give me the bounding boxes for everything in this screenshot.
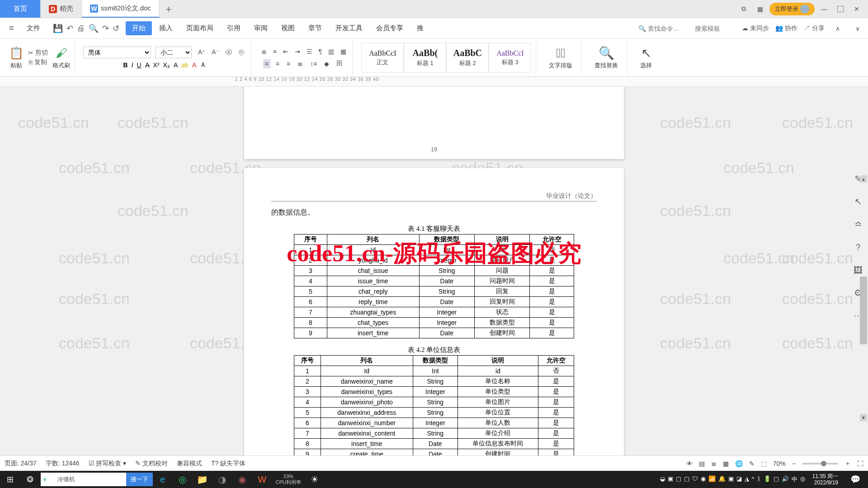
char-border-button[interactable]: Ａ <box>200 61 206 69</box>
bullet-list-icon[interactable]: ≣ <box>259 47 269 56</box>
subscript-button[interactable]: X₂ <box>163 61 170 69</box>
status-spellcheck[interactable]: ☑ 拼写检查 ▾ <box>89 460 127 468</box>
font-color-button[interactable]: A <box>192 61 196 69</box>
undo-icon[interactable]: ↶ <box>66 23 73 33</box>
tray-icon[interactable]: ▢ <box>684 475 689 483</box>
text-layout-button[interactable]: Ａ̲文字排版 <box>544 44 577 71</box>
status-words[interactable]: 字数: 12446 <box>46 460 80 468</box>
table-border-icon[interactable]: 田 <box>335 59 344 69</box>
menu-pagelayout[interactable]: 页面布局 <box>180 21 220 35</box>
more-icon[interactable]: ∨ <box>851 22 864 35</box>
image-icon[interactable]: 🖼 <box>854 265 863 276</box>
menu-chapter[interactable]: 章节 <box>302 21 328 35</box>
tray-bluetooth-icon[interactable]: ᛒ <box>757 475 761 483</box>
menu-file[interactable]: 文件 <box>20 21 47 35</box>
taskbar-clock[interactable]: 11:35 周一 2022/9/19 <box>809 473 842 486</box>
view-web-icon[interactable]: ▦ <box>723 460 729 467</box>
redo-icon[interactable]: ↷ <box>102 23 109 33</box>
tab-daoke[interactable]: D稻壳 <box>41 0 82 18</box>
decrease-indent-icon[interactable]: ⇤ <box>281 47 290 56</box>
collapse-ribbon-icon[interactable]: ∧ <box>831 22 844 35</box>
tray-icon[interactable]: ▣ <box>728 475 734 483</box>
tb-ie[interactable]: e <box>153 471 173 488</box>
print-icon[interactable]: 🖨 <box>77 23 85 33</box>
italic-button[interactable]: I <box>132 61 133 69</box>
menu-devtools[interactable]: 开发工具 <box>329 21 369 35</box>
font-size-select[interactable]: 小二 <box>156 47 192 58</box>
align-left-icon[interactable]: ≡ <box>263 59 270 68</box>
taskbar-search-go[interactable]: 搜一下 <box>126 473 153 486</box>
menu-view[interactable]: 视图 <box>275 21 301 35</box>
tb-app2[interactable]: ◉ <box>232 471 252 488</box>
close-button[interactable]: ✕ <box>850 2 863 16</box>
tray-icon[interactable]: ▢ <box>774 475 779 483</box>
scroll-down[interactable]: ▼ <box>860 414 867 421</box>
style-h2[interactable]: AaBbC标题 2 <box>446 43 489 73</box>
tab-home[interactable]: 首页 <box>0 0 41 18</box>
clear-format-icon[interactable]: Ⓐ <box>224 47 234 57</box>
find-replace-button[interactable]: 🔍查找替换 <box>590 44 623 71</box>
ruler[interactable]: 1 2 4 6 8 10 12 14 16 18 20 22 24 26 28 … <box>0 77 868 87</box>
highlight-button[interactable]: ab <box>181 61 189 69</box>
save-icon[interactable]: 💾 <box>53 23 63 33</box>
command-search-input[interactable] <box>648 25 689 32</box>
status-proof[interactable]: ✎ 文档校对 <box>135 460 168 468</box>
tray-shield-icon[interactable]: 🛡 <box>692 475 698 483</box>
align-center-icon[interactable]: ≡ <box>274 59 281 68</box>
tray-icon[interactable]: ◒ <box>660 475 665 483</box>
line-spacing-icon[interactable]: ↕≡ <box>308 59 319 68</box>
copilot-icon[interactable]: ❂ <box>20 471 40 488</box>
preview-icon[interactable]: 🔍 <box>89 23 99 33</box>
undo2-icon[interactable]: ↺ <box>113 23 119 33</box>
login-button[interactable]: 立即登录 <box>769 3 815 15</box>
taskbar-search[interactable]: e 冷镦机 搜一下 <box>41 473 153 486</box>
strike-button[interactable]: A̶ <box>145 61 150 69</box>
superscript-button[interactable]: X² <box>153 61 160 69</box>
tray-ime-icon[interactable]: 中 <box>792 475 797 483</box>
shading-icon[interactable]: ▦ <box>339 47 348 56</box>
zoom-value[interactable]: 70% <box>773 460 786 467</box>
pointer-icon[interactable]: ↖ <box>854 196 862 207</box>
view-outline-icon[interactable]: ≣ <box>711 460 717 467</box>
menu-review[interactable]: 审阅 <box>248 21 274 35</box>
command-search[interactable]: 🔍 <box>638 25 689 32</box>
zoom-out-icon[interactable]: − <box>792 460 796 467</box>
phonetic-icon[interactable]: ㊥ <box>236 47 246 57</box>
action-center-icon[interactable]: 💬 <box>845 471 865 488</box>
format-painter-button[interactable]: 🖌格式刷 <box>52 46 70 70</box>
tray-icon[interactable]: ▣ <box>668 475 673 483</box>
increase-indent-icon[interactable]: ⇥ <box>293 47 302 56</box>
scrollbar-thumb[interactable] <box>860 277 867 344</box>
status-missing-font[interactable]: T? 缺失字体 <box>211 460 245 468</box>
tray-battery-icon[interactable]: 🔋 <box>764 475 771 483</box>
tray-icon[interactable]: ◉ <box>701 475 706 483</box>
sync-status[interactable]: ☁ 未同步 <box>742 24 769 33</box>
template-search-input[interactable] <box>695 25 736 32</box>
border-icon[interactable]: ▥ <box>326 47 336 56</box>
tb-app1[interactable]: ◑ <box>212 471 232 488</box>
share-button[interactable]: ↗ 分享 <box>804 24 825 33</box>
style-h1[interactable]: AaBb(标题 1 <box>404 43 446 73</box>
sliders-icon[interactable]: ≏ <box>854 219 862 230</box>
collab-button[interactable]: 👥 协作 <box>775 24 797 33</box>
tray-icon[interactable]: ◮ <box>745 475 749 483</box>
tray-bell-icon[interactable]: 🔔 <box>718 475 726 483</box>
paste-button[interactable]: 📋粘贴 <box>9 46 24 70</box>
help-icon[interactable]: ？ <box>854 241 863 253</box>
select-button[interactable]: ↖选择 <box>636 44 656 71</box>
scroll-up[interactable]: ▲ <box>860 175 867 183</box>
zoom-slider[interactable] <box>802 463 838 465</box>
minimize-button[interactable]: — <box>817 2 831 16</box>
maximize-button[interactable] <box>834 2 847 16</box>
menu-insert[interactable]: 插入 <box>153 21 179 35</box>
bold-button[interactable]: B <box>123 61 127 69</box>
font-name-select[interactable]: 黑体 <box>83 47 151 58</box>
sort-icon[interactable]: ☰ <box>305 47 314 56</box>
align-justify-icon[interactable]: ≣ <box>296 59 305 68</box>
tb-wps[interactable]: W <box>252 471 272 488</box>
tray-volume-icon[interactable]: 🔊 <box>782 475 789 483</box>
underline-button[interactable]: U <box>137 61 141 69</box>
view-fit-icon[interactable]: ⬚ <box>761 460 767 467</box>
tab-document[interactable]: Wssm820论文.doc <box>82 0 160 18</box>
tb-browser2[interactable]: ◎ <box>173 471 193 488</box>
